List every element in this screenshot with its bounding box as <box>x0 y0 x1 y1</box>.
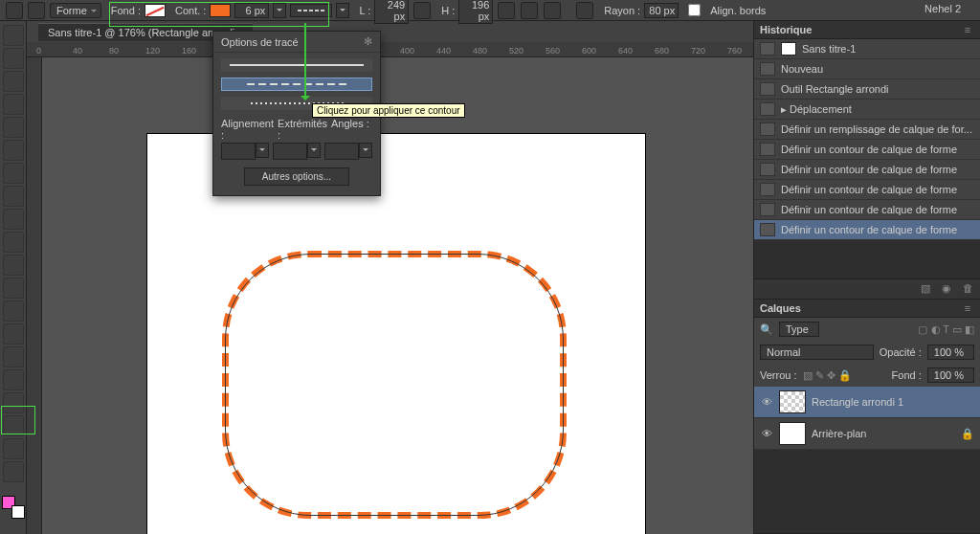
path-op-icon-2[interactable] <box>521 2 538 19</box>
color-swatches[interactable] <box>2 496 25 519</box>
fill-label: Fond : <box>111 5 141 16</box>
height-input[interactable]: 196 px <box>458 0 493 24</box>
stamp-tool[interactable] <box>3 209 24 230</box>
canvas-area[interactable] <box>42 57 753 534</box>
popup-title: Options de tracé <box>221 36 299 48</box>
right-panels: Historique≡ Sans titre-1 NouveauOutil Re… <box>753 21 980 534</box>
history-panel: Historique≡ Sans titre-1 NouveauOutil Re… <box>754 21 980 300</box>
brush-tool[interactable] <box>3 186 24 207</box>
path-op-icon-3[interactable] <box>544 2 561 19</box>
eraser-tool[interactable] <box>3 255 24 276</box>
layers-panel-menu-icon[interactable]: ≡ <box>961 302 974 314</box>
history-trash-icon[interactable]: 🗑 <box>961 282 974 296</box>
link-wh-icon[interactable] <box>413 2 431 19</box>
layer-filter-icons[interactable]: ▢ ◐ T ▭ ◧ <box>918 323 974 336</box>
history-doc-row[interactable]: Sans titre-1 <box>754 39 980 59</box>
history-step-icon <box>760 203 775 216</box>
history-step-label: Définir un contour de calque de forme <box>781 184 957 195</box>
align-caret[interactable] <box>256 143 269 158</box>
history-step-label: Définir un contour de calque de forme <box>781 144 957 155</box>
visibility-icon[interactable]: 👁 <box>760 396 773 408</box>
gear-icon[interactable] <box>576 2 593 19</box>
layer-row-shape[interactable]: 👁 Rectangle arrondi 1 <box>754 387 980 418</box>
type-tool[interactable] <box>3 369 24 390</box>
layer-filter-type[interactable]: Type <box>779 322 819 337</box>
caps-caret[interactable] <box>307 143 321 158</box>
history-item[interactable]: ▸ Déplacement <box>754 100 980 120</box>
history-item[interactable]: Définir un remplissage de calque de for.… <box>754 120 980 140</box>
healing-tool[interactable] <box>3 163 24 184</box>
lasso-tool[interactable] <box>3 71 24 92</box>
move-tool[interactable] <box>3 25 24 46</box>
caps-select[interactable] <box>273 143 307 160</box>
path-select-tool[interactable] <box>3 392 24 413</box>
crop-tool[interactable] <box>3 117 24 138</box>
corners-label: Angles : <box>331 118 372 141</box>
stroke-type-dropdown[interactable] <box>290 4 332 17</box>
marquee-tool[interactable] <box>3 48 24 69</box>
layer-row-bg[interactable]: 👁 Arrière-plan 🔒 <box>754 418 980 450</box>
opacity-input[interactable]: 100 % <box>927 345 974 360</box>
history-camera-icon[interactable]: ◉ <box>940 282 953 296</box>
layers-panel: Calques≡ 🔍 Type ▢ ◐ T ▭ ◧ Normal Opacité… <box>754 300 980 534</box>
layer-thumb-shape <box>779 390 806 413</box>
tutorial-arrow <box>304 23 306 100</box>
history-snapshot-icon[interactable]: ▧ <box>919 282 932 296</box>
lock-icons[interactable]: ▧ ✎ ✥ 🔒 <box>803 369 852 382</box>
history-panel-menu-icon[interactable]: ≡ <box>961 24 974 35</box>
options-bar: Forme Fond : Cont. : 6 px L : 249 px H :… <box>0 0 980 21</box>
align-edges-label: Align. bords <box>710 5 766 16</box>
history-item[interactable]: Définir un contour de calque de forme <box>754 140 980 160</box>
history-doc-name: Sans titre-1 <box>802 43 856 55</box>
zoom-tool[interactable] <box>3 461 24 482</box>
blur-tool[interactable] <box>3 300 24 322</box>
tool-preset-icon[interactable] <box>28 2 45 19</box>
corners-caret[interactable] <box>359 143 372 158</box>
path-op-icon-1[interactable] <box>498 2 515 19</box>
history-item[interactable]: Définir un contour de calque de forme <box>754 220 980 240</box>
history-step-icon <box>760 143 775 156</box>
width-input[interactable]: 249 px <box>374 0 409 24</box>
filter-magnify-icon[interactable]: 🔍 <box>760 323 773 336</box>
history-panel-title: Historique <box>760 24 812 35</box>
more-options-button[interactable]: Autres options... <box>244 167 349 186</box>
layers-panel-title: Calques <box>760 302 801 314</box>
history-item[interactable]: Définir un contour de calque de forme <box>754 200 980 220</box>
shape-tool[interactable] <box>3 415 24 436</box>
align-select[interactable] <box>221 143 256 160</box>
gradient-tool[interactable] <box>3 278 24 299</box>
layer-fill-input[interactable]: 100 % <box>927 367 974 383</box>
stroke-type-caret[interactable] <box>336 3 349 18</box>
fill-swatch[interactable] <box>145 4 166 17</box>
stroke-preset-solid[interactable] <box>221 58 372 72</box>
shape-mode-dropdown[interactable]: Forme <box>50 3 101 18</box>
align-edges-checkbox[interactable] <box>688 4 701 16</box>
rounded-rectangle-shape[interactable] <box>222 251 567 519</box>
history-step-icon <box>760 163 775 176</box>
history-item[interactable]: Définir un contour de calque de forme <box>754 160 980 180</box>
workspace-label[interactable]: Nehel 2 <box>924 3 961 14</box>
blend-mode-select[interactable]: Normal <box>760 345 874 360</box>
eyedropper-tool[interactable] <box>3 140 24 161</box>
stroke-width-input[interactable]: 6 px <box>234 3 269 18</box>
visibility-icon[interactable]: 👁 <box>760 428 773 439</box>
history-brush-tool[interactable] <box>3 232 24 253</box>
ruler-vertical <box>27 57 42 534</box>
history-step-label: Nouveau <box>781 63 823 75</box>
stroke-label: Cont. : <box>175 5 206 16</box>
hand-tool[interactable] <box>3 438 24 459</box>
history-item[interactable]: Nouveau <box>754 59 980 79</box>
corners-select[interactable] <box>324 143 359 160</box>
history-item[interactable]: Définir un contour de calque de forme <box>754 180 980 200</box>
pen-tool[interactable] <box>3 346 24 367</box>
height-label: H : <box>441 5 455 16</box>
stroke-swatch[interactable] <box>210 4 231 17</box>
stroke-preset-dashed[interactable] <box>221 78 372 91</box>
history-item[interactable]: Outil Rectangle arrondi <box>754 79 980 100</box>
dodge-tool[interactable] <box>3 323 24 345</box>
popup-gear-icon[interactable]: ✻ <box>364 35 372 48</box>
opacity-label: Opacité : <box>880 346 922 358</box>
stroke-width-dropdown[interactable] <box>273 3 286 18</box>
wand-tool[interactable] <box>3 94 24 115</box>
radius-input[interactable]: 80 px <box>644 3 679 18</box>
